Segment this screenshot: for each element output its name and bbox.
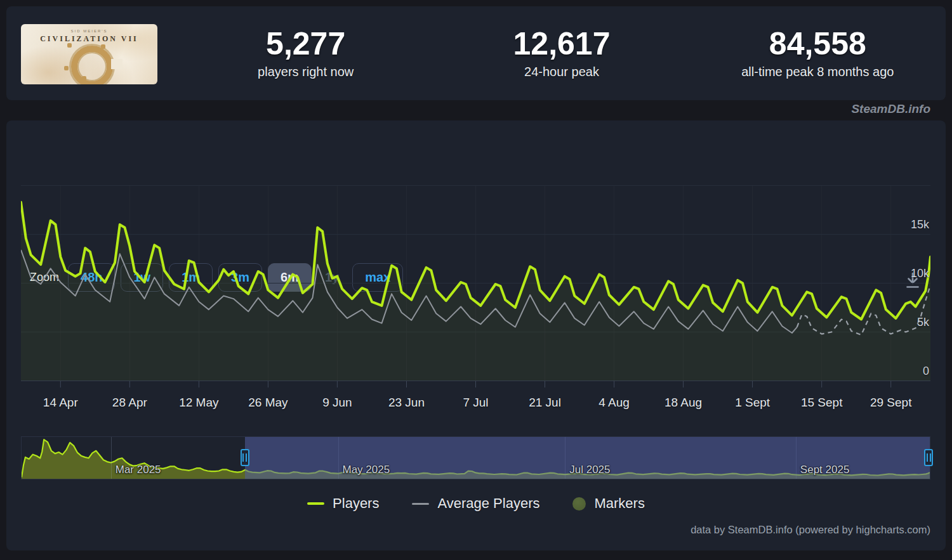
- highcharts-credit[interactable]: data by SteamDB.info (powered by highcha…: [691, 524, 930, 536]
- alltime-peak-value: 84,558: [769, 28, 866, 60]
- x-tick-18-Aug: 18 Aug: [649, 396, 718, 410]
- chart-legend: PlayersAverage PlayersMarkers: [0, 495, 952, 512]
- current-players-value: 5,277: [266, 28, 345, 60]
- peak-24h-label: 24-hour peak: [524, 65, 599, 79]
- player-stats: 5,277 players right now 12,617 24-hour p…: [178, 6, 946, 100]
- y-tick-0: 0: [891, 365, 929, 378]
- players-swatch: [307, 502, 324, 505]
- navigator-frame: [21, 436, 930, 479]
- chart-panel: Zoom 48h1w1m3m6m1ymax 05k10k15k14 Apr28 …: [6, 120, 946, 550]
- x-tick-15-Sept: 15 Sept: [787, 396, 857, 410]
- legend-item-average-players[interactable]: Average Players: [412, 495, 539, 512]
- game-banner[interactable]: SID MEIER'S CIVILIZATION VII: [21, 24, 157, 84]
- legend-item-markers[interactable]: Markers: [572, 495, 644, 512]
- average-players-swatch: [412, 503, 429, 505]
- x-tick-4-Aug: 4 Aug: [579, 396, 649, 410]
- stat-24h-peak: 12,617 24-hour peak: [433, 6, 689, 100]
- x-tick-21-Jul: 21 Jul: [510, 396, 580, 410]
- x-tick-9-Jun: 9 Jun: [302, 396, 372, 410]
- stat-current-players: 5,277 players right now: [178, 6, 433, 100]
- current-players-label: players right now: [258, 65, 354, 79]
- navigator-right-handle[interactable]: [924, 449, 933, 466]
- alltime-peak-label: all-time peak 8 months ago: [741, 65, 894, 79]
- stat-alltime-peak: 84,558 all-time peak 8 months ago: [690, 6, 946, 100]
- players-chart[interactable]: [21, 185, 930, 389]
- steamdb-watermark: SteamDB.info: [851, 102, 930, 116]
- banner-super-title: SID MEIER'S: [21, 29, 157, 33]
- x-tick-29-Sept: 29 Sept: [856, 396, 926, 410]
- legend-label: Markers: [594, 495, 644, 512]
- x-tick-1-Sept: 1 Sept: [718, 396, 788, 410]
- peak-24h-value: 12,617: [513, 28, 611, 60]
- stats-panel: SID MEIER'S CIVILIZATION VII 5,277 playe…: [6, 6, 946, 100]
- y-tick-10k: 10k: [891, 267, 929, 280]
- x-tick-23-Jun: 23 Jun: [371, 396, 441, 410]
- x-tick-28-Apr: 28 Apr: [95, 396, 164, 410]
- legend-label: Average Players: [437, 495, 539, 512]
- steamdb-chart-page: SID MEIER'S CIVILIZATION VII 5,277 playe…: [0, 0, 952, 560]
- legend-label: Players: [333, 495, 379, 512]
- legend-item-players[interactable]: Players: [307, 495, 379, 512]
- navigator-left-handle[interactable]: [241, 449, 249, 466]
- y-tick-15k: 15k: [891, 218, 929, 231]
- x-tick-7-Jul: 7 Jul: [441, 396, 511, 410]
- x-tick-12-May: 12 May: [164, 396, 234, 410]
- banner-game-title: CIVILIZATION VII: [21, 34, 157, 44]
- x-tick-26-May: 26 May: [233, 396, 303, 410]
- civilization-logo-icon: [71, 46, 113, 84]
- markers-swatch: [572, 497, 586, 511]
- y-tick-5k: 5k: [891, 316, 929, 329]
- x-tick-14-Apr: 14 Apr: [25, 396, 95, 410]
